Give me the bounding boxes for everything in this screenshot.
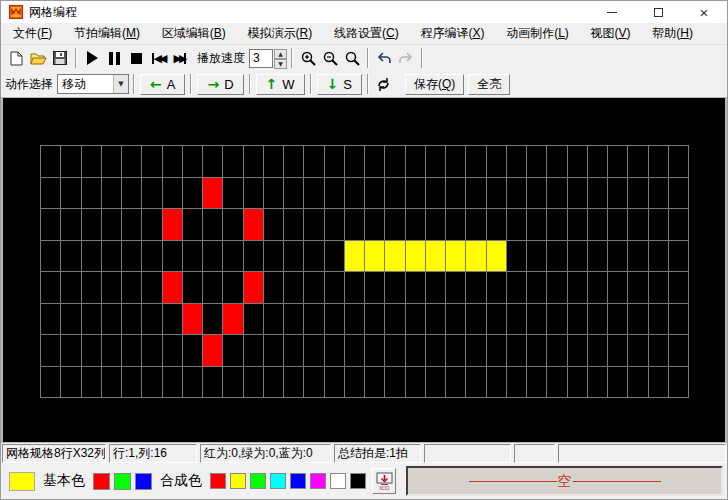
grid-cell[interactable] xyxy=(588,304,607,335)
grid-cell[interactable] xyxy=(82,335,101,366)
grid-cell[interactable] xyxy=(61,335,80,366)
grid-cell[interactable] xyxy=(82,272,101,303)
grid-cell[interactable] xyxy=(223,209,242,240)
grid-cell[interactable] xyxy=(406,335,425,366)
grid-cell[interactable] xyxy=(466,241,485,272)
led-canvas[interactable] xyxy=(1,97,727,443)
grid-cell[interactable] xyxy=(223,272,242,303)
grid-cell[interactable] xyxy=(345,335,364,366)
grid-cell[interactable] xyxy=(142,304,161,335)
grid-cell[interactable] xyxy=(649,178,668,209)
all-bright-button[interactable]: 全亮 xyxy=(468,74,510,95)
grid-cell[interactable] xyxy=(223,304,242,335)
grid-cell[interactable] xyxy=(466,335,485,366)
grid-cell[interactable] xyxy=(487,272,506,303)
grid-cell[interactable] xyxy=(325,241,344,272)
grid-cell[interactable] xyxy=(183,146,202,177)
grid-cell[interactable] xyxy=(487,209,506,240)
menu-item-animation[interactable]: 动画制作(L) xyxy=(502,23,573,44)
grid-cell[interactable] xyxy=(345,178,364,209)
grid-cell[interactable] xyxy=(284,146,303,177)
grid-cell[interactable] xyxy=(244,178,263,209)
grid-cell[interactable] xyxy=(406,367,425,398)
grid-cell[interactable] xyxy=(264,272,283,303)
grid-cell[interactable] xyxy=(82,304,101,335)
grid-cell[interactable] xyxy=(304,304,323,335)
grid-cell[interactable] xyxy=(649,209,668,240)
grid-cell[interactable] xyxy=(122,367,141,398)
grid-cell[interactable] xyxy=(122,146,141,177)
grid-cell[interactable] xyxy=(163,335,182,366)
grid-cell[interactable] xyxy=(163,209,182,240)
zoom-out-button[interactable] xyxy=(319,47,341,69)
grid-cell[interactable] xyxy=(426,178,445,209)
grid-cell[interactable] xyxy=(264,335,283,366)
grid-cell[interactable] xyxy=(163,272,182,303)
grid-cell[interactable] xyxy=(649,146,668,177)
grid-cell[interactable] xyxy=(507,209,526,240)
save-q-button[interactable]: 保存(Q) xyxy=(405,74,464,95)
grid-cell[interactable] xyxy=(284,272,303,303)
grid-cell[interactable] xyxy=(61,272,80,303)
grid-cell[interactable] xyxy=(163,241,182,272)
grid-cell[interactable] xyxy=(163,367,182,398)
grid-cell[interactable] xyxy=(264,178,283,209)
grid-cell[interactable] xyxy=(385,335,404,366)
grid-cell[interactable] xyxy=(527,178,546,209)
grid-cell[interactable] xyxy=(547,241,566,272)
grid-cell[interactable] xyxy=(365,241,384,272)
grid-cell[interactable] xyxy=(669,272,688,303)
grid-cell[interactable] xyxy=(325,209,344,240)
grid-cell[interactable] xyxy=(628,241,647,272)
grid-cell[interactable] xyxy=(183,209,202,240)
grid-cell[interactable] xyxy=(284,304,303,335)
grid-cell[interactable] xyxy=(406,304,425,335)
grid-cell[interactable] xyxy=(426,209,445,240)
first-frame-button[interactable]: ◀◀ xyxy=(147,47,169,69)
grid-cell[interactable] xyxy=(61,209,80,240)
menu-item-circuit-settings[interactable]: 线路设置(C) xyxy=(330,23,403,44)
grid-cell[interactable] xyxy=(568,241,587,272)
grid-cell[interactable] xyxy=(669,367,688,398)
grid-cell[interactable] xyxy=(507,178,526,209)
grid-cell[interactable] xyxy=(507,272,526,303)
grid-cell[interactable] xyxy=(487,304,506,335)
grid-cell[interactable] xyxy=(446,304,465,335)
grid-cell[interactable] xyxy=(588,367,607,398)
grid-cell[interactable] xyxy=(385,272,404,303)
grid-cell[interactable] xyxy=(527,272,546,303)
grid-cell[interactable] xyxy=(41,209,60,240)
menu-item-region-edit[interactable]: 区域编辑(B) xyxy=(158,23,230,44)
basic-color-swatch-red[interactable] xyxy=(93,473,110,490)
grid-cell[interactable] xyxy=(385,178,404,209)
grid-cell[interactable] xyxy=(588,178,607,209)
grid-cell[interactable] xyxy=(61,304,80,335)
speed-input[interactable]: 3 xyxy=(249,49,273,68)
grid-cell[interactable] xyxy=(527,146,546,177)
grid-cell[interactable] xyxy=(446,146,465,177)
grid-cell[interactable] xyxy=(82,241,101,272)
basic-color-swatch-blue[interactable] xyxy=(135,473,152,490)
grid-cell[interactable] xyxy=(244,335,263,366)
grid-cell[interactable] xyxy=(244,146,263,177)
grid-cell[interactable] xyxy=(41,304,60,335)
grid-cell[interactable] xyxy=(325,367,344,398)
pause-button[interactable] xyxy=(103,47,125,69)
grid-cell[interactable] xyxy=(304,335,323,366)
grid-cell[interactable] xyxy=(223,178,242,209)
grid-cell[interactable] xyxy=(365,272,384,303)
composite-color-swatch-white[interactable] xyxy=(330,473,346,489)
grid-cell[interactable] xyxy=(527,209,546,240)
grid-cell[interactable] xyxy=(588,241,607,272)
grid-cell[interactable] xyxy=(102,178,121,209)
grid-cell[interactable] xyxy=(608,335,627,366)
grid-cell[interactable] xyxy=(183,304,202,335)
grid-cell[interactable] xyxy=(547,304,566,335)
grid-cell[interactable] xyxy=(608,241,627,272)
grid-cell[interactable] xyxy=(568,304,587,335)
grid-cell[interactable] xyxy=(385,209,404,240)
grid-cell[interactable] xyxy=(122,272,141,303)
grid-cell[interactable] xyxy=(244,241,263,272)
grid-cell[interactable] xyxy=(547,272,566,303)
grid-cell[interactable] xyxy=(284,241,303,272)
